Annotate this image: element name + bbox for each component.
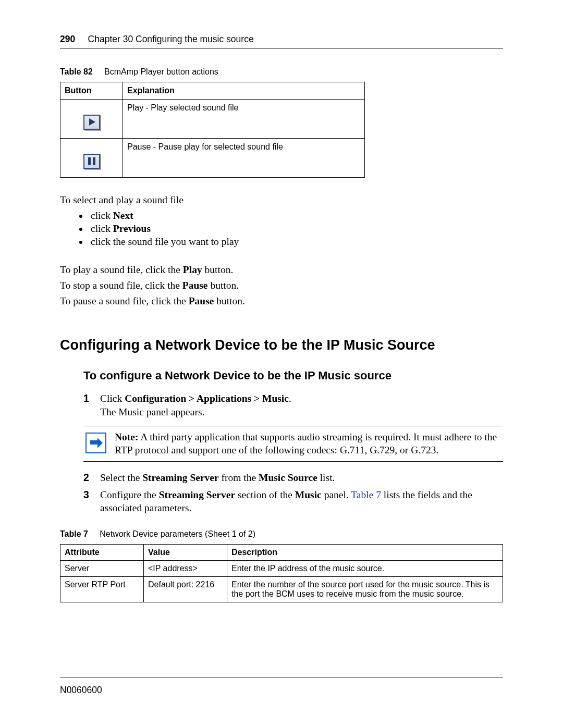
table7-label: Table 7 — [60, 529, 88, 538]
step-1: Click Configuration > Applications > Mus… — [83, 392, 503, 418]
steps-list: Click Configuration > Applications > Mus… — [83, 392, 503, 418]
step-3: Configure the Streaming Server section o… — [83, 488, 503, 515]
table82-header-button: Button — [60, 82, 123, 100]
paragraph: To play a sound file, click the Play but… — [60, 264, 503, 276]
note-text: Note: A third party application that sup… — [115, 430, 503, 457]
paragraph: To pause a sound file, click the Pause b… — [60, 295, 503, 307]
table82-row0-explanation: Play - Play selected sound file — [123, 100, 365, 139]
note-box: Note: A third party application that sup… — [83, 426, 503, 462]
intro-text: To select and play a sound file — [60, 193, 503, 207]
list-item: click the sound file you want to play — [89, 236, 503, 248]
table82-header-explanation: Explanation — [123, 82, 365, 100]
paragraph: To stop a sound file, click the Pause bu… — [60, 280, 503, 291]
page-number: 290 — [60, 34, 75, 44]
list-item: click Next — [89, 210, 503, 221]
chapter-title: Chapter 30 Configuring the music source — [88, 34, 254, 44]
table82-label: Table 82 — [60, 67, 93, 76]
table7-header-value: Value — [144, 544, 227, 560]
steps-list-cont: Select the Streaming Server from the Mus… — [83, 471, 503, 515]
table7-title: Network Device parameters (Sheet 1 of 2) — [100, 529, 255, 538]
table7-header-attribute: Attribute — [60, 544, 144, 560]
table7-header-description: Description — [227, 544, 503, 560]
table82: Button Explanation Play - Play selected … — [60, 82, 365, 178]
table7-link[interactable]: Table 7 — [351, 489, 381, 500]
table82-row1-explanation: Pause - Pause play for selected sound fi… — [123, 139, 365, 178]
list-item: click Previous — [89, 223, 503, 235]
table-row: Play - Play selected sound file — [60, 100, 365, 139]
subsection-heading: To configure a Network Device to be the … — [83, 369, 503, 382]
table-row: Server <IP address> Enter the IP address… — [60, 560, 503, 576]
step-2: Select the Streaming Server from the Mus… — [83, 471, 503, 484]
bullet-list: click Next click Previous click the soun… — [60, 210, 503, 248]
arrow-right-icon — [85, 433, 106, 453]
footer-docid: N0060600 — [60, 677, 503, 696]
table82-caption: Table 82 BcmAmp Player button actions — [60, 67, 503, 77]
page-header: 290 Chapter 30 Configuring the music sou… — [60, 34, 503, 48]
table-row: Pause - Pause play for selected sound fi… — [60, 139, 365, 178]
table82-title: BcmAmp Player button actions — [104, 67, 218, 76]
table-row: Server RTP Port Default port: 2216 Enter… — [60, 576, 503, 602]
table7-caption: Table 7 Network Device parameters (Sheet… — [60, 529, 503, 539]
section-heading: Configuring a Network Device to be the I… — [60, 337, 503, 353]
play-icon — [83, 115, 100, 130]
pause-icon — [83, 154, 100, 169]
table7: Attribute Value Description Server <IP a… — [60, 544, 503, 602]
